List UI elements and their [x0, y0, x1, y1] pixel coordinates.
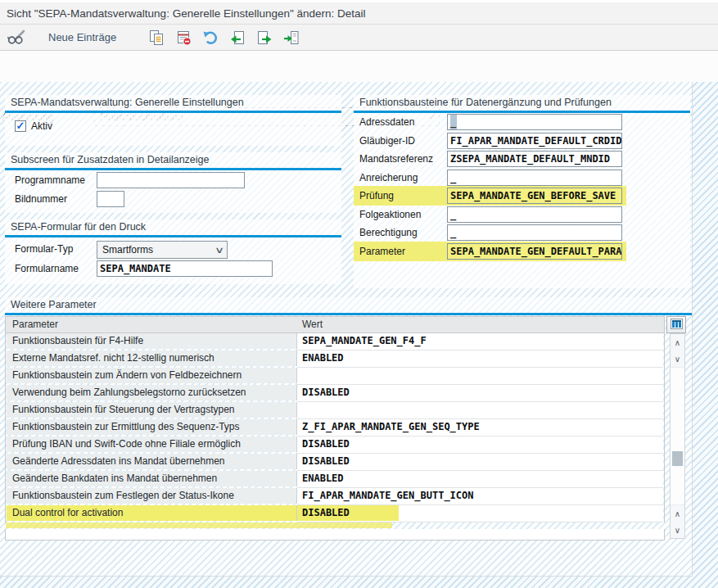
groupbox-form-title: SEPA-Formular für den Druck: [5, 219, 341, 237]
table-row: Geänderte Adressdaten ins Mandat überneh…: [5, 454, 665, 471]
wert-value: ENABLED: [297, 351, 399, 366]
table-configuration-button[interactable]: [666, 316, 686, 333]
table-empty-row[interactable]: [5, 529, 665, 541]
delete-entry-button[interactable]: [173, 28, 194, 47]
param-cell: Funktionsbaustein zur Ermittlung des Seq…: [7, 419, 297, 435]
page-title: Sicht "SEPA-Mandatsverwaltung: Generelle…: [7, 7, 366, 20]
field-label: Berechtigung: [359, 224, 418, 241]
field-row: Berechtigung_: [354, 223, 690, 242]
field-row: Folgeaktionen_: [354, 205, 690, 224]
wert-cell[interactable]: DISABLED: [297, 385, 663, 402]
field-label: Parameter: [359, 243, 405, 260]
previous-entry-button[interactable]: [227, 28, 248, 47]
wert-cell[interactable]: DISABLED: [297, 436, 663, 454]
wert-value: FI_APAR_MANDATE_GEN_BUTT_ICON: [297, 488, 474, 504]
formular-typ-label: Formular-Typ: [15, 241, 73, 257]
title-bar: Sicht "SEPA-Mandatsverwaltung: Generelle…: [0, 2, 718, 25]
field-input[interactable]: ZSEPA_MANDATE_DEFAULT_MNDID: [447, 151, 622, 167]
table-grid-icon: [671, 319, 683, 332]
field-input[interactable]: _: [447, 206, 622, 223]
wert-cell[interactable]: Z_FI_APAR_MANDATE_GEN_SEQ_TYPE: [297, 419, 663, 436]
undo-button[interactable]: [200, 28, 221, 47]
weitere-parameter-title: Weitere Parameter: [5, 299, 97, 310]
text-selection-cursor: _: [450, 115, 457, 129]
programmname-input[interactable]: [97, 172, 245, 188]
field-label: Prüfung: [359, 188, 394, 204]
param-cell: Verwendung beim Zahlungsbelegstorno zurü…: [7, 385, 297, 400]
field-input[interactable]: _: [447, 170, 622, 186]
wert-value: DISABLED: [297, 436, 399, 452]
field-input[interactable]: _: [447, 114, 622, 130]
table-row: Funktionsbaustein zur Ermittlung des Seq…: [5, 419, 665, 436]
wert-value: ENABLED: [297, 471, 399, 486]
param-cell: Funktionsbaustein für F4-Hilfe: [7, 333, 297, 349]
field-row: ParameterSEPA_MANDATE_GEN_DEFAULT_PARA: [354, 242, 690, 261]
groupbox-function-modules: Funktionsbausteine für Datenergänzung un…: [354, 95, 690, 288]
display-change-button[interactable]: [6, 28, 27, 47]
field-input[interactable]: _: [447, 224, 622, 241]
formular-typ-value: Smartforms: [97, 244, 212, 256]
scroll-up-button-bottom[interactable]: ∧: [671, 504, 684, 522]
scrollbar-thumb[interactable]: [672, 451, 683, 466]
wert-cell[interactable]: [297, 402, 663, 419]
aktiv-checkbox-row: ✓ Aktiv: [15, 120, 52, 132]
toolbar: Neue Einträge: [0, 25, 718, 51]
aktiv-checkbox[interactable]: ✓: [15, 120, 26, 132]
field-row: Adressdaten_: [354, 112, 690, 132]
next-entry-button[interactable]: [254, 28, 275, 47]
aktiv-checkbox-label: Aktiv: [31, 120, 52, 132]
table-scrollbar[interactable]: ∧ ∨ ∧ ∨: [670, 333, 685, 539]
formularname-input[interactable]: SEPA_MANDATE: [97, 260, 273, 277]
wert-cell[interactable]: [297, 368, 663, 385]
scroll-down-button[interactable]: ∨: [671, 351, 684, 368]
bildnummer-label: Bildnummer: [15, 191, 67, 207]
wert-value: DISABLED: [297, 505, 399, 521]
field-label: Mandatsreferenz: [359, 151, 433, 167]
table-gap: [5, 522, 665, 529]
formular-typ-dropdown[interactable]: Smartforms ∨: [97, 241, 228, 259]
param-cell: Funktionsbaustein zum Festlegen der Stat…: [7, 488, 297, 504]
chevron-down-icon: ∨: [209, 245, 231, 256]
param-cell: Geänderte Bankdaten ins Mandat übernehme…: [7, 471, 297, 486]
wert-cell[interactable]: ENABLED: [297, 351, 663, 368]
application-row: Anwendung Finanzbuchhaltung ∨: [0, 51, 718, 82]
groupbox-general: SEPA-Mandatsverwaltung: Generelle Einste…: [5, 95, 341, 146]
groupbox-function-modules-title: Funktionsbausteine für Datenergänzung un…: [354, 95, 690, 113]
next-entry-icon: [255, 29, 273, 47]
display-change-icon: [7, 29, 26, 47]
field-input[interactable]: SEPA_MANDATE_GEN_BEFORE_SAVE: [447, 188, 622, 204]
new-entries-button[interactable]: Neue Einträge: [45, 28, 120, 47]
field-input[interactable]: SEPA_MANDATE_GEN_DEFAULT_PARA: [447, 243, 622, 260]
groupbox-general-title: SEPA-Mandatsverwaltung: Generelle Einste…: [5, 95, 341, 113]
undo-icon: [201, 29, 219, 47]
delete-entry-icon: [174, 29, 192, 47]
scroll-down-icon: ∨: [675, 355, 680, 364]
wert-cell[interactable]: DISABLED: [297, 505, 663, 522]
wert-cell[interactable]: SEPA_MANDATE_GEN_F4_F: [297, 333, 663, 351]
wert-value: DISABLED: [297, 454, 399, 469]
other-entry-button[interactable]: [281, 28, 302, 47]
bildnummer-input[interactable]: [97, 191, 124, 207]
param-cell: Funktionsbaustein für Steuerung der Vert…: [7, 402, 297, 418]
scroll-down-button-bottom[interactable]: ∨: [671, 522, 684, 538]
field-label: Anreicherung: [359, 170, 418, 186]
scroll-up-button[interactable]: ∧: [671, 334, 684, 351]
param-cell: Externe Mandatsref. nicht 12-stellig num…: [7, 351, 297, 366]
copy-entry-button[interactable]: [146, 28, 167, 47]
wert-cell[interactable]: DISABLED: [297, 454, 663, 471]
table-row: Funktionsbaustein für Steuerung der Vert…: [5, 402, 665, 419]
wert-cell[interactable]: ENABLED: [297, 471, 663, 488]
copy-icon: [147, 29, 165, 47]
wert-value: SEPA_MANDATE_GEN_F4_F: [297, 333, 427, 349]
table-header-row: Parameter Wert: [5, 316, 665, 333]
previous-entry-icon: [228, 29, 246, 47]
table-row: Verwendung beim Zahlungsbelegstorno zurü…: [5, 385, 665, 402]
table-row: Funktionsbaustein zum Ändern von Feldbez…: [5, 368, 665, 385]
field-label: Gläubiger-ID: [359, 133, 415, 149]
field-label: Adressdaten: [359, 114, 414, 130]
field-input[interactable]: FI_APAR_MANDATE_DEFAULT_CRDID: [447, 133, 622, 149]
weitere-parameter-header: Weitere Parameter: [5, 297, 692, 315]
groupbox-form: SEPA-Formular für den Druck Formular-Typ…: [5, 219, 341, 284]
wert-cell[interactable]: FI_APAR_MANDATE_GEN_BUTT_ICON: [297, 488, 663, 505]
table-row: Prüfung IBAN und Swift-Code ohne Filiale…: [5, 436, 665, 454]
